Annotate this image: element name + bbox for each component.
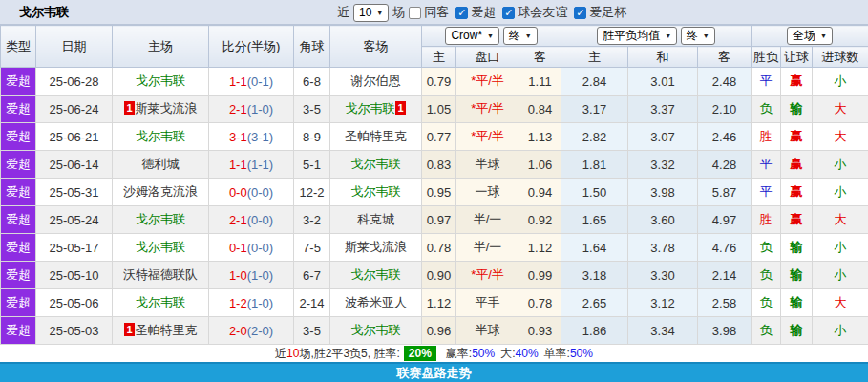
handicap-cell: 平手 [456, 289, 519, 317]
avg-odds-select[interactable]: 胜平负均值▼ [597, 27, 677, 45]
goals-value: 小 [835, 323, 847, 337]
single-rate-value: 50% [570, 347, 593, 360]
away-team-name: 谢尔伯恩 [351, 74, 401, 88]
home-team-cell: 戈尔韦联 [113, 234, 209, 262]
rank-badge: 1 [124, 101, 134, 115]
away-team-cell: 戈尔韦联1 [330, 96, 422, 123]
away-team-name: 斯莱戈流浪 [345, 240, 407, 254]
col-header-spread: 让球 [781, 47, 813, 68]
league-filter-checkbox[interactable] [455, 7, 468, 19]
score-cell: 2-1(1-0) [209, 96, 294, 123]
home-odds-cell: 0.77 [422, 123, 456, 151]
handicap-value: *平/半 [471, 267, 504, 282]
spread-rate-label: 赢率: [446, 347, 472, 360]
away-odds-cell: 1.12 [519, 234, 561, 262]
goals-value: 小 [835, 184, 847, 199]
avg-lose-cell: 2.10 [698, 96, 752, 123]
full-score: 2-1 [229, 213, 247, 227]
spread-cell: 赢 [781, 179, 813, 206]
away-team-cell: 戈尔韦联 [330, 179, 422, 206]
home-odds-cell: 0.95 [422, 179, 456, 206]
bookmaker-select[interactable]: Crow*▼ [445, 27, 499, 45]
single-rate-label: 单率: [544, 347, 570, 360]
goals-value: 小 [835, 267, 847, 282]
result-cell: 平 [752, 151, 781, 179]
result-value: 平 [760, 157, 773, 171]
avg-stage-select[interactable]: 终▼ [681, 27, 715, 45]
away-odds-cell: 0.78 [519, 289, 561, 317]
away-odds-cell: 0.94 [519, 179, 561, 206]
corners-cell: 3-5 [294, 317, 330, 345]
result-cell: 负 [752, 234, 781, 262]
goals-cell: 大 [813, 289, 868, 317]
result-cell: 平 [752, 68, 781, 96]
away-team-cell: 波希米亚人 [330, 289, 422, 317]
away-team-name: 戈尔韦联 [351, 157, 401, 171]
home-team-name: 沃特福德联队 [123, 267, 198, 282]
avg-lose-cell: 2.46 [698, 123, 752, 151]
scope-group-header: 全场▼ [752, 26, 868, 47]
league-cell: 爱超 [1, 68, 36, 96]
col-header-date: 日期 [36, 26, 113, 68]
avg-lose-cell: 4.76 [698, 234, 752, 262]
home-team-name: 戈尔韦联 [136, 295, 185, 309]
avg-win-cell: 2.82 [561, 123, 628, 151]
handicap-cell: *平/半 [456, 262, 519, 289]
friendly-filter-checkbox[interactable] [502, 7, 515, 19]
corners-cell: 2-14 [294, 289, 330, 317]
away-odds-cell: 0.92 [519, 206, 561, 234]
home-team-cell: 德利城 [113, 151, 209, 179]
avg-group-header: 胜平负均值▼ 终▼ [561, 26, 752, 47]
spread-value: 输 [791, 323, 803, 337]
avg-draw-cell: 3.07 [628, 123, 698, 151]
friendly-filter-label: 球会友谊 [518, 4, 567, 21]
corners-cell: 7-5 [294, 234, 330, 262]
home-odds-cell: 0.90 [422, 262, 456, 289]
match-history-table: 类型 日期 主场 比分(半场) 角球 客场 Crow*▼ 终▼ 胜平负均值▼ 终… [0, 25, 868, 345]
date-cell: 25-05-24 [36, 206, 113, 234]
goals-cell: 小 [813, 317, 868, 345]
score-cell: 3-1(3-1) [209, 123, 294, 151]
spread-cell: 赢 [781, 151, 813, 179]
table-row: 爱超25-05-031圣帕特里克2-0(2-0)3-5戈尔韦联0.96半球0.9… [1, 317, 868, 345]
date-cell: 25-05-17 [36, 234, 113, 262]
cup-filter-checkbox[interactable] [574, 7, 586, 19]
handicap-value: 一球 [476, 184, 500, 199]
spread-value: 输 [791, 240, 803, 254]
table-row: 爱超25-05-24戈尔韦联2-1(0-0)3-2科克城0.97半/一0.921… [1, 206, 868, 234]
avg-win-cell: 1.64 [561, 234, 628, 262]
spread-cell: 输 [781, 317, 813, 345]
result-value: 胜 [760, 212, 773, 226]
home-odds-cell: 1.12 [422, 289, 456, 317]
home-team-name: 戈尔韦联 [136, 74, 185, 88]
goals-cell: 大 [813, 123, 868, 151]
league-cell: 爱超 [1, 317, 36, 345]
score-cell: 0-0(0-0) [209, 179, 294, 206]
corners-cell: 3-2 [294, 206, 330, 234]
home-team-cell: 戈尔韦联 [113, 206, 209, 234]
league-cell: 爱超 [1, 151, 36, 179]
avg-lose-cell: 4.28 [698, 151, 752, 179]
handicap-cell: 半/一 [456, 234, 519, 262]
recent-games-select[interactable]: 10▼ [353, 4, 389, 22]
bookmaker-stage-select[interactable]: 终▼ [503, 27, 538, 45]
result-value: 负 [760, 323, 773, 337]
win-rate-badge: 20% [404, 346, 436, 361]
goals-cell: 小 [813, 68, 868, 96]
away-odds-cell: 0.99 [519, 262, 561, 289]
same-away-checkbox[interactable] [409, 7, 421, 19]
score-cell: 0-1(0-0) [209, 234, 294, 262]
table-row: 爱超25-05-06戈尔韦联1-2(1-0)2-14波希米亚人1.12平手0.7… [1, 289, 868, 317]
avg-win-cell: 2.65 [561, 289, 628, 317]
result-value: 平 [760, 74, 773, 88]
scope-select[interactable]: 全场▼ [787, 27, 833, 45]
match-table-body: 爱超25-06-28戈尔韦联1-1(0-1)6-8谢尔伯恩0.79*平/半1.1… [1, 68, 868, 345]
away-team-name: 戈尔韦联 [351, 267, 401, 282]
league-handicap-trend-bar: 联赛盘路走势 [0, 362, 868, 382]
spread-value: 输 [791, 295, 803, 309]
col-header-type: 类型 [1, 26, 36, 68]
table-row: 爱超25-06-241斯莱戈流浪2-1(1-0)3-5戈尔韦联11.05*平/半… [1, 96, 868, 123]
date-cell: 25-05-03 [36, 317, 113, 345]
result-cell: 负 [752, 289, 781, 317]
full-score: 2-1 [229, 102, 247, 117]
